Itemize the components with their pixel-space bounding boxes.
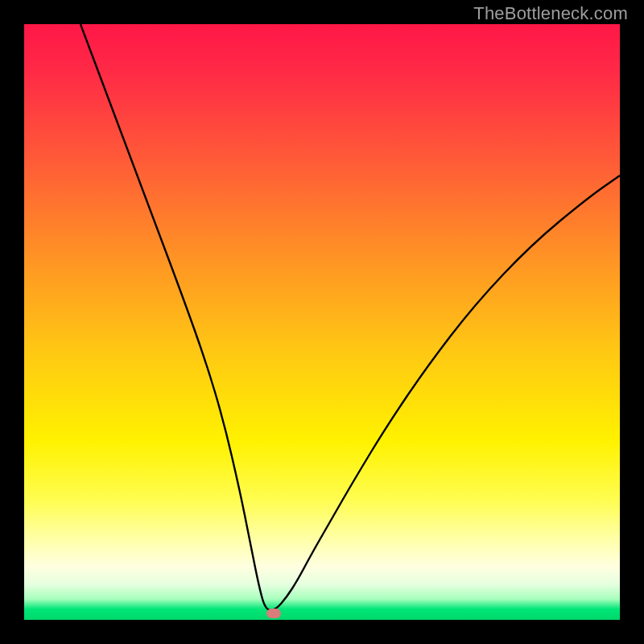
chart-frame	[24, 24, 620, 620]
optimal-point-marker	[266, 609, 281, 618]
curve-path	[80, 24, 620, 610]
watermark-text: TheBottleneck.com	[473, 3, 628, 24]
bottleneck-curve	[24, 24, 620, 620]
